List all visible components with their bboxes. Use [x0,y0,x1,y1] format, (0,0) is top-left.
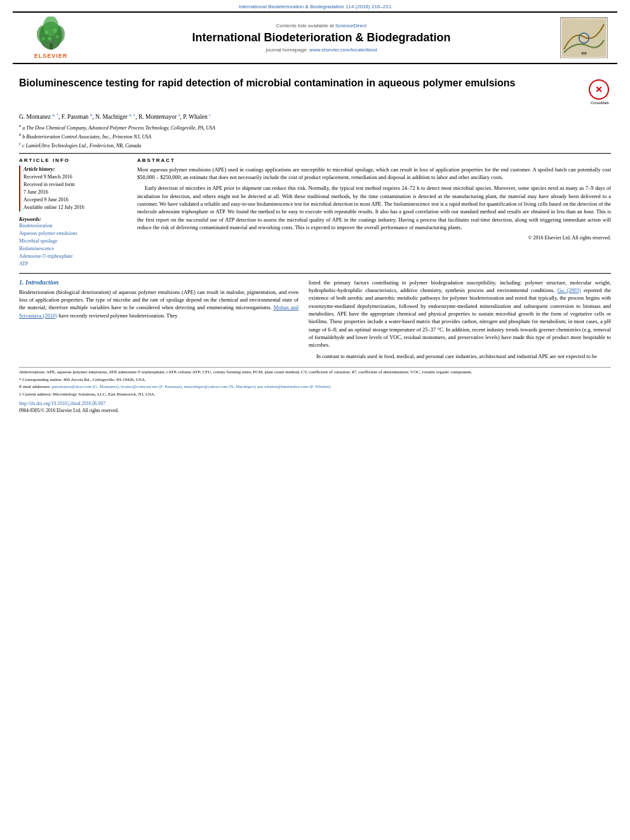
article-info-col: ARTICLE INFO Article history: Received 9… [19,157,127,268]
footnote-area: Abbreviations: APE, aqueous polymer emul… [19,367,611,398]
keyword-5: Adenosine-5'-triphosphate [19,253,127,260]
abstract-text: Most aqueous polymer emulsions (APE) use… [137,166,611,242]
journal-reference: International Biodeterioration & Biodegr… [0,0,630,11]
elsevier-logo: ELSEVIER [19,17,83,59]
svg-point-5 [44,30,48,34]
svg-point-7 [48,37,51,41]
abstract-col: ABSTRACT Most aqueous polymer emulsions … [137,157,611,268]
history-label: Article history: [23,166,127,173]
copyright-line: © 2016 Elsevier Ltd. All rights reserved… [137,234,611,242]
footnote-email-addresses: gmontanez@dow.com (G. Montanez), bcainc@… [51,384,332,389]
ref-mohan-link[interactable]: Mohan and Srivastava (2010) [19,304,298,318]
article-info-abstract: ARTICLE INFO Article history: Received 9… [19,157,611,268]
article-body: 1. Introduction Biodeterioration (biolog… [19,279,611,363]
keyword-2: Aqueous polymer emulsions [19,230,127,237]
footnote-current-address: 1 Current address: Microbiology Solution… [19,392,611,398]
body-text-left: Biodeterioration (biological deteriorati… [19,288,298,319]
svg-point-8 [55,36,58,39]
elsevier-label: ELSEVIER [34,53,68,59]
body-col-right: listed the primary factors contributing … [309,279,611,363]
body-col-left: 1. Introduction Biodeterioration (biolog… [19,279,298,363]
abstract-label: ABSTRACT [137,157,611,163]
journal-center: Contents lists available at ScienceDirec… [83,23,560,53]
keywords-label: Keywords: [19,217,127,222]
body-para-left-1: Biodeterioration (biological deteriorati… [19,288,298,319]
journal-thumbnail: IBB [560,17,611,58]
keyword-3: Microbial spoilage [19,237,127,245]
affiliations: a a The Dow Chemical Company, Advanced P… [19,123,611,149]
divider-1 [19,153,611,154]
crossmark-icon: ✕ [589,79,609,100]
abstract-para-2: Early detection of microbes in APE prior… [137,184,611,231]
abstract-para-1: Most aqueous polymer emulsions (APE) use… [137,166,611,182]
article-content: Bioluminescence testing for rapid detect… [19,70,611,274]
cover-art-icon: IBB [561,18,607,58]
journal-homepage: journal homepage: www.elsevier.com/locat… [83,47,560,53]
svg-text:IBB: IBB [581,51,587,55]
elsevier-logo-area: ELSEVIER [19,17,83,59]
svg-point-6 [53,29,57,32]
journal-title: International Biodeterioration & Biodegr… [83,31,560,45]
footnote-corresponding: * Corresponding author. 400 Arcola Rd., … [19,377,611,383]
journal-header: ELSEVIER Contents lists available at Sci… [13,11,617,64]
article-info-label: ARTICLE INFO [19,157,127,163]
keyword-4: Bioluminescence [19,245,127,253]
issn-line: 0964-8305/© 2016 Elsevier Ltd. All right… [19,408,611,413]
history-dates: Received 9 March 2016 Received in revise… [23,173,127,211]
footnote-text: Abbreviations: APE, aqueous polymer emul… [19,370,611,398]
journal-cover-image: IBB [560,17,608,58]
body-text-right: listed the primary factors contributing … [309,279,611,360]
sciencedirect-link[interactable]: ScienceDirect [335,23,366,29]
keywords-section: Keywords: Biodeterioration Aqueous polym… [19,217,127,268]
authors: G. Montanez a, *, F. Passman b, N. Macht… [19,112,611,120]
article-title-area: Bioluminescence testing for rapid detect… [19,77,611,107]
crossmark-area: ✕ CrossMark [589,79,611,105]
ref-gu-link[interactable]: Gu (2003) [558,287,581,293]
sciencedirect-line: Contents lists available at ScienceDirec… [83,23,560,29]
footnote-abbreviations: Abbreviations: APE, aqueous polymer emul… [19,370,611,376]
body-para-right-2: In contrast to materials used in food, m… [309,352,611,360]
homepage-link[interactable]: www.elsevier.com/locate/ibiod [309,47,377,53]
doi-line[interactable]: http://dx.doi.org/10.1016/j.ibiod.2016.0… [19,401,611,406]
svg-point-9 [41,37,44,41]
article-title: Bioluminescence testing for rapid detect… [19,77,582,90]
body-para-right-1: listed the primary factors contributing … [309,279,611,349]
page: International Biodeterioration & Biodegr… [0,0,630,840]
section-1-heading: 1. Introduction [19,279,298,286]
article-history: Article history: Received 9 March 2016 R… [19,166,127,211]
elsevier-tree-icon [30,17,72,51]
keyword-6: ATP [19,260,127,268]
keyword-1: Biodeterioration [19,222,127,230]
crossmark-label: CrossMark [589,101,611,105]
footnote-email: E-mail addresses: gmontanez@dow.com (G. … [19,384,611,390]
divider-2 [19,273,611,274]
